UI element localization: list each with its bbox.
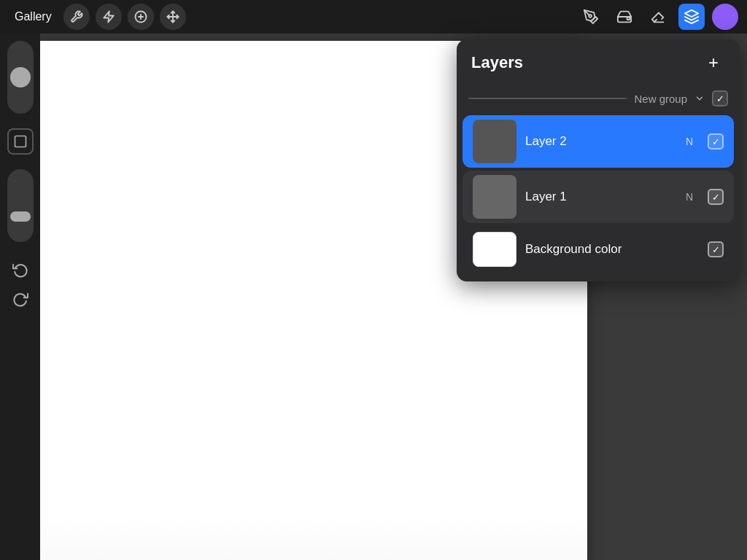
layer-name: Layer 1 [525, 190, 677, 204]
opacity-slider[interactable] [7, 169, 34, 242]
layer-row[interactable]: Layer 2 N [462, 115, 734, 168]
undo-button[interactable] [7, 257, 34, 283]
avatar-button[interactable] [712, 4, 738, 30]
brush-size-slider[interactable] [7, 41, 34, 114]
layer-mode: N [686, 191, 693, 203]
svg-rect-6 [15, 136, 26, 147]
background-color-thumbnail [473, 232, 516, 267]
layer-visibility-checkbox[interactable] [708, 133, 724, 149]
top-toolbar: Gallery [0, 0, 747, 34]
pen-tool-button[interactable] [578, 4, 604, 30]
background-color-label: Background color [525, 242, 699, 257]
opacity-thumb [10, 211, 31, 222]
new-group-line [468, 98, 627, 99]
layer-thumbnail [473, 120, 516, 163]
shape-tool-button[interactable] [7, 128, 34, 155]
toolbar-right [578, 4, 738, 30]
svg-point-3 [589, 15, 592, 18]
layers-panel: Layers + New group Layer 2 N Layer 1 N B… [457, 39, 740, 281]
layers-title: Layers [471, 53, 523, 72]
adjustments-button[interactable] [96, 4, 122, 30]
background-color-row[interactable]: Background color [462, 226, 734, 279]
layer-mode: N [686, 136, 693, 147]
redo-button[interactable] [7, 286, 34, 312]
canvas-gradient [40, 515, 587, 560]
wrench-button[interactable] [63, 4, 90, 30]
svg-marker-0 [104, 12, 114, 23]
layer-row[interactable]: Layer 1 N [462, 171, 734, 223]
eraser-tool-button[interactable] [645, 4, 671, 30]
layers-header: Layers + [457, 39, 740, 85]
layer-thumbnail [473, 175, 516, 219]
gallery-button[interactable]: Gallery [9, 7, 58, 26]
transform-button[interactable] [160, 4, 186, 30]
left-sidebar [0, 34, 40, 560]
layer-visibility-checkbox[interactable] [708, 189, 724, 205]
chevron-down-icon [694, 93, 705, 104]
layers-add-button[interactable]: + [702, 51, 725, 74]
brush-size-thumb [10, 67, 31, 88]
new-group-label: New group [634, 93, 687, 105]
selection-button[interactable] [128, 4, 154, 30]
toolbar-left: Gallery [9, 4, 186, 30]
new-group-row[interactable]: New group [457, 85, 740, 112]
background-visibility-checkbox[interactable] [708, 241, 724, 257]
new-group-checkbox[interactable] [712, 90, 728, 106]
layers-button[interactable] [678, 4, 705, 30]
layer-name: Layer 2 [525, 134, 677, 149]
svg-marker-5 [685, 10, 698, 17]
fill-tool-button[interactable] [611, 4, 638, 30]
